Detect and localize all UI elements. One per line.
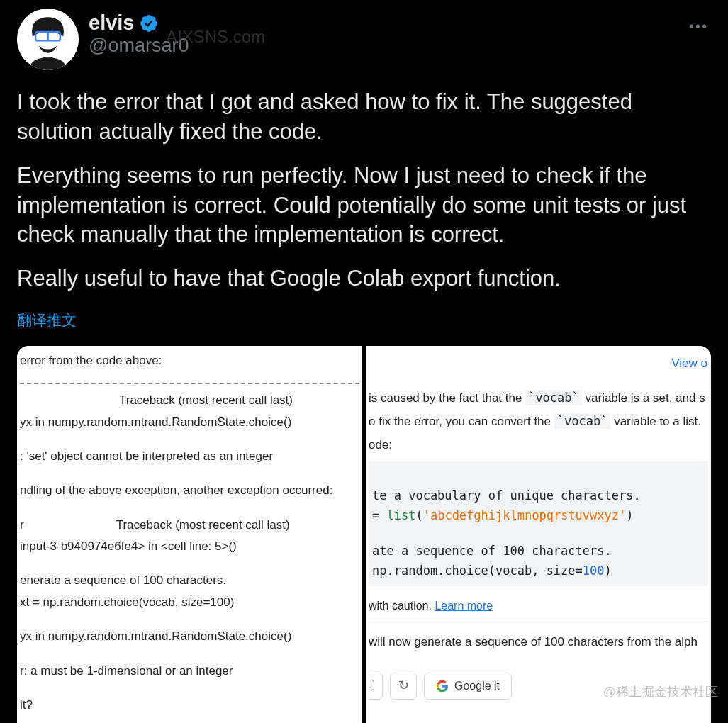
code-line: np.random.choice(vocab, size=100) [372, 561, 705, 581]
view-link[interactable]: View o [671, 354, 707, 373]
tweet-container: elvis @omarsar0 AIXSNS.com ••• I took th… [0, 0, 728, 723]
explain-text: o fix the error, you can convert the `vo… [369, 412, 708, 431]
google-it-button[interactable]: Google it [424, 673, 512, 700]
error-text: : 'set' object cannot be interpreted as … [20, 447, 359, 466]
error-text: enerate a sequence of 100 characters. [20, 571, 359, 590]
translate-link[interactable]: 翻译推文 [17, 310, 77, 330]
error-text: input-3-b940974e6fe4> in <cell line: 5>(… [20, 537, 359, 556]
tweet-text: I took the error that I got and asked ho… [17, 87, 711, 293]
error-text: yx in numpy.random.mtrand.RandomState.ch… [20, 413, 359, 432]
code-line: = list('abcdefghijklmnopqrstuvwxyz') [372, 505, 705, 525]
error-text: xt = np.random.choice(vocab, size=100) [20, 593, 359, 612]
collapse-button[interactable]: 〕 [369, 673, 383, 700]
explain-text: is caused by the fact that the `vocab` v… [369, 388, 708, 408]
learn-more-link[interactable]: Learn more [435, 600, 493, 612]
caution-text: with caution. Learn more [369, 593, 708, 620]
code-block: te a vocabulary of unique characters. = … [369, 461, 708, 586]
image-right[interactable]: View o is caused by the fact that the `v… [366, 346, 711, 723]
image-left[interactable]: error from the code above: Traceback (mo… [17, 346, 363, 723]
explain-text: will now generate a sequence of 100 char… [369, 633, 708, 651]
display-name[interactable]: elvis [89, 11, 135, 35]
error-text: error from the code above: [20, 352, 359, 370]
tweet-paragraph: I took the error that I got and asked ho… [17, 87, 711, 147]
tweet-paragraph: Really useful to have that Google Colab … [17, 264, 711, 293]
more-options-icon[interactable]: ••• [689, 18, 708, 35]
explain-text: ode: [369, 436, 708, 454]
divider [20, 383, 359, 384]
code-line: ate a sequence of 100 characters. [372, 541, 705, 561]
tweet-header: elvis @omarsar0 AIXSNS.com ••• [17, 9, 711, 70]
google-it-label: Google it [454, 678, 500, 695]
error-text: ndling of the above exception, another e… [20, 481, 359, 500]
error-text: yx in numpy.random.mtrand.RandomState.ch… [20, 627, 359, 646]
refresh-button[interactable]: ↻ [390, 673, 417, 700]
error-text: Traceback (most recent call last) [20, 391, 359, 410]
verified-badge-icon [139, 13, 159, 33]
tweet-paragraph: Everything seems to run perfectly. Now I… [17, 161, 711, 250]
watermark-top: AIXSNS.com [166, 27, 265, 47]
tweet-images: error from the code above: Traceback (mo… [17, 346, 711, 723]
avatar[interactable] [17, 9, 79, 70]
error-text: r: a must be 1-dimensional or an integer [20, 662, 359, 680]
code-line: te a vocabulary of unique characters. [372, 486, 705, 505]
footer-watermark: @稀土掘金技术社区 [603, 683, 718, 700]
error-text: rTraceback (most recent call last) [20, 516, 359, 534]
google-logo-icon [436, 680, 449, 693]
error-text: it? [20, 696, 359, 714]
